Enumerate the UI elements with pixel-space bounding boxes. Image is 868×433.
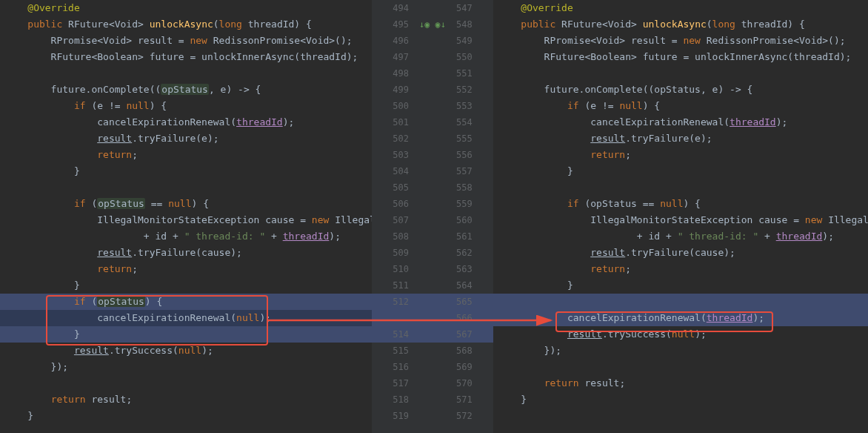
gutter-row[interactable]: 509562 [372,245,493,261]
code-line[interactable]: cancelExpirationRenewal(threadId); [493,310,868,326]
code-line[interactable]: result.tryFailure(e); [0,130,372,147]
code-line[interactable]: result.tryFailure(e); [493,130,868,147]
code-token [498,19,521,30]
code-line[interactable]: }); [493,343,868,359]
code-line[interactable]: RPromise<Void> result = new RedissonProm… [493,33,868,49]
code-line[interactable]: result.trySuccess(null); [493,326,868,343]
code-line[interactable]: if (e != null) { [493,98,868,114]
code-line[interactable] [493,424,868,433]
code-line[interactable]: IllegalMonitorStateException cause = new… [493,212,868,228]
gutter-row[interactable] [372,424,493,433]
code-line[interactable] [0,375,372,391]
gutter-row[interactable]: 497550 [372,49,493,65]
code-line[interactable]: RFuture<Boolean> future = unlockInnerAsy… [493,49,868,65]
gutter-row[interactable]: 516569 [372,359,493,375]
code-line[interactable]: public RFuture<Void> unlockAsync(long th… [0,16,372,33]
gutter-row[interactable]: 508561 [372,228,493,245]
code-line[interactable]: if (e != null) { [0,98,372,114]
code-line[interactable] [493,65,868,82]
gutter-row[interactable]: 494547 [372,0,493,16]
code-line[interactable]: cancelExpirationRenewal(null); [0,310,372,326]
code-line[interactable] [0,65,372,82]
code-line[interactable]: cancelExpirationRenewal(threadId); [0,114,372,130]
code-line[interactable]: if (opStatus) { [0,294,372,310]
code-line[interactable]: result.tryFailure(cause); [493,245,868,261]
gutter-row[interactable]: 512565 [372,294,493,310]
gutter-row[interactable]: 505558 [372,179,493,196]
gutter-row[interactable]: 514567 [372,326,493,343]
gutter-row[interactable]: 517570 [372,375,493,391]
code-line[interactable]: @Override [0,0,372,16]
gutter-row[interactable]: 503556 [372,147,493,163]
code-line[interactable]: if (opStatus == null) { [0,196,372,212]
code-line[interactable] [493,408,868,424]
code-line[interactable]: future.onComplete((opStatus, e) -> { [0,82,372,98]
code-token: ); [329,231,341,242]
code-line[interactable] [493,179,868,196]
code-line[interactable]: + id + " thread-id: " + threadId); [0,228,372,245]
diff-indicator: ↓◉ ◉↓ [418,16,447,33]
gutter-row[interactable]: 515568 [372,343,493,359]
code-token: cancelExpirationRenewal( [498,116,730,128]
gutter-row[interactable]: 498551 [372,65,493,82]
code-line[interactable]: } [0,408,372,424]
gutter-row[interactable]: 499552 [372,82,493,98]
code-line[interactable] [493,294,868,310]
code-line[interactable]: result.trySuccess(null); [0,343,372,359]
code-line[interactable]: RPromise<Void> result = new RedissonProm… [0,33,372,49]
code-token: .tryFailure(cause); [625,247,735,258]
code-line[interactable]: RFuture<Boolean> future = unlockInnerAsy… [0,49,372,65]
gutter-row[interactable]: 510563 [372,261,493,277]
gutter-row[interactable]: 506559 [372,196,493,212]
gutter-row[interactable]: 496549 [372,33,493,49]
code-line[interactable]: future.onComplete((opStatus, e) -> { [493,82,868,98]
line-number-left: 514 [379,326,409,343]
code-line[interactable]: }); [0,359,372,375]
line-number-right: 567 [456,326,486,343]
code-line[interactable]: } [0,326,372,343]
line-number-right: 547 [456,0,486,16]
code-line[interactable]: public RFuture<Void> unlockAsync(long th… [493,16,868,33]
code-line[interactable]: cancelExpirationRenewal(threadId); [493,114,868,130]
code-line[interactable] [0,424,372,433]
code-line[interactable]: return; [493,261,868,277]
code-token: ); [283,116,295,128]
code-line[interactable] [0,179,372,196]
gutter-row[interactable]: 500553 [372,98,493,114]
code-line[interactable]: return result; [0,391,372,408]
code-token: unlockAsync [150,19,213,30]
code-token: } [498,394,527,405]
gutter-row[interactable]: 566 [372,310,493,326]
code-line[interactable] [493,359,868,375]
gutter-row[interactable]: 495↓◉ ◉↓548 [372,16,493,33]
code-token: + [265,231,282,242]
code-token: .trySuccess( [602,328,672,340]
gutter-row[interactable]: 507560 [372,212,493,228]
code-line[interactable]: return; [493,147,868,163]
code-line[interactable]: return; [0,261,372,277]
gutter-row[interactable]: 504557 [372,163,493,179]
code-line[interactable]: return; [0,147,372,163]
code-line[interactable]: result.tryFailure(cause); [0,245,372,261]
gutter-row[interactable]: 511564 [372,277,493,294]
code-line[interactable]: } [493,277,868,294]
code-line[interactable]: + id + " thread-id: " + threadId); [493,228,868,245]
left-code-pane[interactable]: @Override public RFuture<Void> unlockAsy… [0,0,372,433]
gutter-row[interactable]: 519572 [372,408,493,424]
code-line[interactable]: if (opStatus == null) { [493,196,868,212]
code-line[interactable]: IllegalMonitorStateException cause = new… [0,212,372,228]
code-line[interactable]: } [493,163,868,179]
line-number-gutter[interactable]: 494547495↓◉ ◉↓54849654949755049855149955… [372,0,493,433]
code-line[interactable]: } [493,391,868,408]
code-line[interactable]: return result; [493,375,868,391]
code-line[interactable]: } [0,163,372,179]
code-line[interactable]: } [0,277,372,294]
code-line[interactable]: @Override [493,0,868,16]
gutter-row[interactable]: 518571 [372,391,493,408]
code-token: ); [695,328,707,340]
gutter-row[interactable]: 502555 [372,130,493,147]
gutter-row[interactable]: 501554 [372,114,493,130]
right-code-pane[interactable]: @Override public RFuture<Void> unlockAsy… [493,0,868,433]
code-token: ) { [145,296,162,307]
line-number-left: 505 [379,179,409,196]
